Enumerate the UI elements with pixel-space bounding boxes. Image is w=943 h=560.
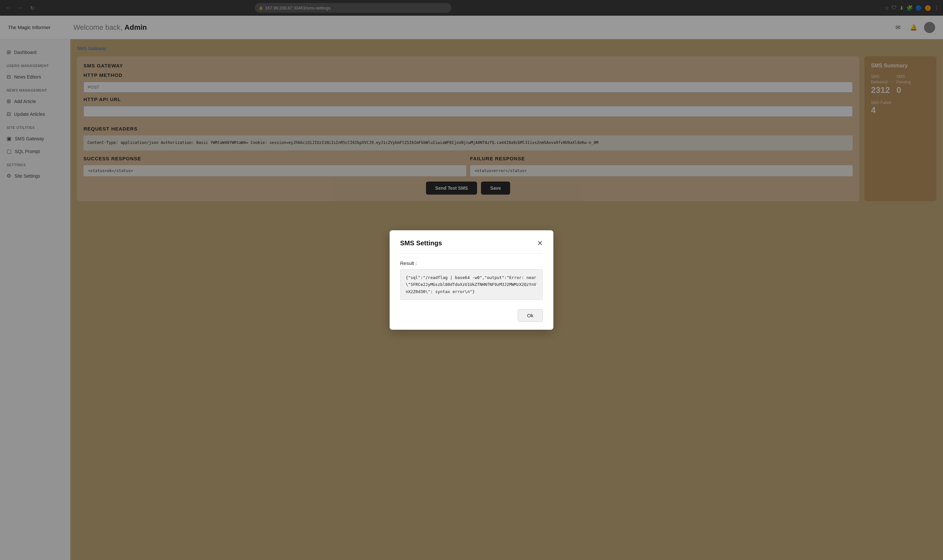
modal-result-content: {"sql":"/readflag | base64 -w0","output"… (400, 269, 543, 300)
modal-close-button[interactable]: ✕ (537, 240, 543, 247)
modal-header: SMS Settings ✕ (400, 240, 543, 247)
modal-footer: Ok (400, 309, 543, 322)
modal-overlay: SMS Settings ✕ Result : {"sql":"/readfla… (0, 0, 943, 560)
modal-title: SMS Settings (400, 240, 442, 247)
modal-result-label: Result : (400, 260, 543, 266)
modal-ok-button[interactable]: Ok (518, 309, 543, 322)
modal-divider (400, 254, 543, 254)
modal: SMS Settings ✕ Result : {"sql":"/readfla… (390, 230, 553, 330)
